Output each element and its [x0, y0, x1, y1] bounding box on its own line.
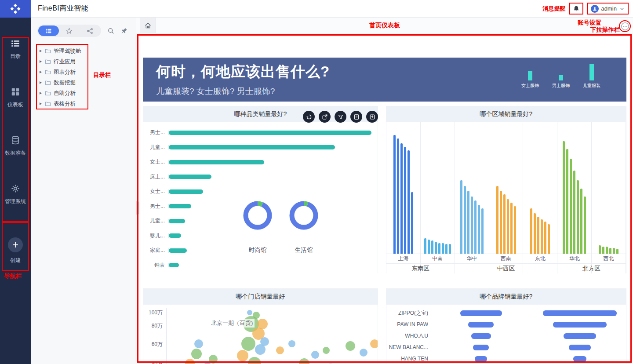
bubble[interactable] — [360, 349, 367, 357]
bar[interactable] — [411, 192, 413, 254]
tree-item[interactable]: 管理驾驶舱 — [31, 46, 136, 56]
tree-item[interactable]: 行业应用 — [31, 56, 136, 67]
bar[interactable] — [475, 356, 487, 362]
bar[interactable] — [428, 240, 430, 254]
bar[interactable] — [544, 222, 546, 254]
bar[interactable] — [464, 186, 466, 254]
bar[interactable] — [397, 138, 399, 254]
bar[interactable] — [404, 147, 406, 254]
bubble[interactable] — [248, 357, 261, 364]
pin-button[interactable] — [121, 27, 128, 34]
bar[interactable] — [478, 205, 480, 254]
bar[interactable] — [503, 194, 506, 254]
bar[interactable] — [606, 247, 608, 254]
bar[interactable] — [431, 240, 433, 254]
nav-item-admin[interactable]: 管理系统 — [0, 184, 31, 205]
bubble[interactable] — [247, 310, 252, 315]
bar[interactable] — [500, 191, 502, 254]
export-button[interactable] — [319, 111, 331, 123]
bar[interactable] — [510, 203, 513, 254]
bar[interactable] — [471, 333, 491, 339]
bar[interactable] — [537, 217, 539, 254]
bar[interactable] — [169, 248, 187, 253]
bubble[interactable] — [260, 337, 269, 346]
upload-button[interactable] — [366, 111, 378, 123]
filter-button[interactable] — [335, 111, 346, 123]
bar[interactable] — [569, 345, 591, 350]
tab-home[interactable] — [140, 18, 156, 33]
caret-icon[interactable] — [40, 50, 42, 52]
bubble[interactable] — [323, 347, 330, 354]
bar[interactable] — [543, 310, 617, 316]
bubble[interactable] — [257, 319, 268, 329]
bar[interactable] — [442, 243, 444, 254]
bar[interactable] — [169, 145, 335, 149]
bar[interactable] — [534, 213, 536, 254]
edit-report-button[interactable] — [350, 111, 362, 123]
bubble[interactable] — [288, 340, 295, 347]
bar[interactable] — [564, 333, 596, 339]
bar[interactable] — [573, 171, 575, 254]
bar[interactable] — [616, 249, 618, 254]
caret-icon[interactable] — [40, 92, 42, 95]
bubble[interactable] — [346, 341, 355, 351]
bar[interactable] — [507, 199, 509, 254]
bar[interactable] — [563, 141, 565, 254]
caret-icon[interactable] — [40, 102, 42, 105]
bubble[interactable] — [209, 355, 218, 364]
bar[interactable] — [471, 197, 473, 254]
bar[interactable] — [400, 143, 403, 254]
bar[interactable] — [467, 191, 469, 254]
bar[interactable] — [169, 189, 203, 194]
bar[interactable] — [445, 244, 447, 254]
bar[interactable] — [449, 244, 451, 254]
bar[interactable] — [169, 131, 371, 135]
caret-icon[interactable] — [40, 71, 42, 73]
bar[interactable] — [460, 310, 502, 316]
caret-icon[interactable] — [40, 60, 42, 63]
nav-item-data-prep[interactable]: 数据准备 — [0, 135, 31, 157]
bar[interactable] — [474, 200, 477, 254]
bubble[interactable] — [241, 337, 255, 351]
bar[interactable] — [577, 180, 579, 254]
bar[interactable] — [613, 248, 615, 254]
bubble[interactable] — [253, 312, 260, 319]
bubble[interactable] — [311, 351, 319, 359]
bubble[interactable] — [370, 339, 378, 348]
bar[interactable] — [599, 245, 601, 254]
bar[interactable] — [530, 208, 532, 254]
bar[interactable] — [548, 224, 550, 254]
sidebar-collapse-handle[interactable] — [136, 201, 139, 215]
bubble[interactable] — [299, 358, 309, 364]
donut-ring[interactable] — [240, 198, 275, 233]
nav-item-create[interactable]: 创建 — [0, 237, 31, 264]
tree-item[interactable]: 表格分析 — [31, 98, 136, 109]
bar[interactable] — [496, 186, 498, 254]
bar[interactable] — [566, 149, 568, 254]
bar[interactable] — [481, 208, 484, 254]
tree-item[interactable]: 图表分析 — [31, 67, 136, 77]
bar[interactable] — [407, 150, 410, 254]
bubble[interactable] — [194, 339, 203, 348]
tree-item[interactable]: 自助分析 — [31, 88, 136, 98]
bubble[interactable] — [185, 359, 195, 364]
bar[interactable] — [573, 356, 586, 362]
undo-button[interactable] — [303, 111, 315, 123]
bar[interactable] — [438, 243, 440, 254]
bar[interactable] — [169, 233, 181, 238]
bar[interactable] — [553, 322, 607, 328]
more-actions-button[interactable] — [621, 22, 629, 31]
notification-bell-button[interactable] — [569, 3, 583, 15]
nav-item-catalog[interactable]: 目录 — [0, 39, 31, 60]
search-button[interactable] — [107, 27, 115, 35]
bar[interactable] — [169, 175, 211, 179]
toggle-list-view[interactable] — [38, 25, 59, 36]
bar[interactable] — [584, 197, 586, 254]
bar[interactable] — [460, 180, 462, 254]
bar[interactable] — [541, 219, 543, 254]
bar[interactable] — [169, 204, 191, 208]
toggle-favorites-view[interactable] — [59, 25, 80, 36]
bar[interactable] — [570, 159, 572, 254]
bar[interactable] — [468, 322, 494, 328]
bar[interactable] — [169, 160, 264, 164]
